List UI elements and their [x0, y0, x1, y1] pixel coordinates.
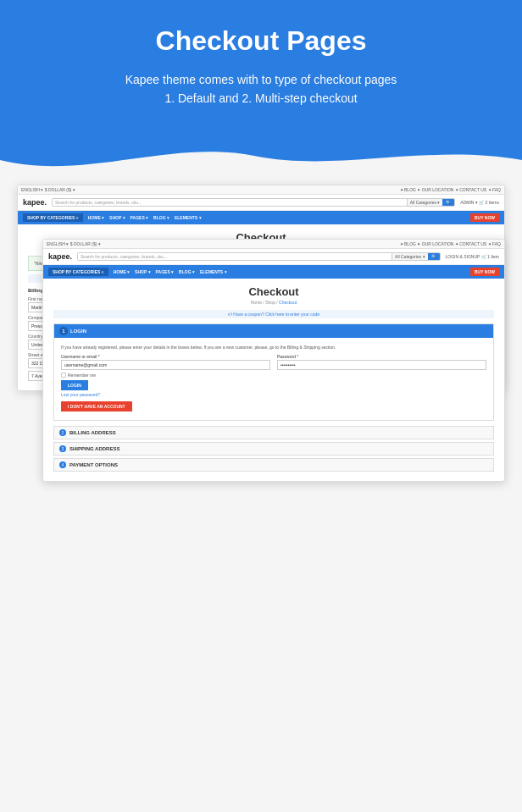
- mock-menu-blog-2[interactable]: BLOG ▾: [179, 269, 195, 274]
- accordion-billing: 2 BILLING ADDRESS: [53, 426, 494, 439]
- search-btn-1[interactable]: 🔍: [442, 198, 454, 207]
- no-account-btn[interactable]: I DON'T HAVE AN ACCOUNT: [61, 401, 132, 412]
- mock-menu-pages-2[interactable]: PAGES ▾: [156, 269, 175, 274]
- accordion-shipping: 3 SHIPPING ADDRESS: [53, 442, 494, 456]
- mock-search-2[interactable]: Search for products, categories, brands,…: [77, 252, 441, 261]
- login-btn[interactable]: LOGIN: [61, 380, 88, 390]
- password-label: Password *: [277, 354, 486, 359]
- search-cat-2: All Categories ▾: [392, 253, 428, 260]
- password-field: Password * ••••••••••: [277, 354, 486, 370]
- topbar-left-1: ENGLISH ▾ $ DOLLAR ($) ▾: [21, 187, 75, 192]
- username-field: Username or email * username@gmail.com: [61, 354, 270, 370]
- mock-menu-shop-1[interactable]: SHOP ▾: [109, 215, 125, 220]
- remember-label: Remember me: [68, 373, 96, 378]
- accordion-billing-header[interactable]: 2 BILLING ADDRESS: [54, 427, 493, 439]
- password-input[interactable]: ••••••••••: [277, 360, 486, 370]
- mock-logo-1: kapee.: [23, 198, 47, 207]
- mock-menu-buynow-2[interactable]: BUY NOW: [470, 268, 499, 276]
- content-area: ENGLISH ▾ $ DOLLAR ($) ▾ ✦ BLOG ✦ OUR LO…: [0, 168, 522, 516]
- mock-logo-2: kapee.: [48, 252, 72, 261]
- header-section: Checkout Pages Kapee theme comes with to…: [0, 0, 522, 176]
- mock-menubar-1: SHOP BY CATEGORIES ≡ HOME ▾ SHOP ▾ PAGES…: [18, 211, 504, 224]
- mock-navbar-2: kapee. Search for products, categories, …: [43, 249, 504, 265]
- header-subtitle: Kapee theme comes with to type of checko…: [17, 70, 505, 108]
- mock-menubar-2: SHOP BY CATEGORIES ≡ HOME ▾ SHOP ▾ PAGES…: [43, 265, 504, 279]
- mock-topbar-2: ENGLISH ▾ $ DOLLAR ($) ▾ ✦ BLOG ✦ OUR LO…: [43, 240, 504, 249]
- remember-row: Remember me: [61, 373, 486, 378]
- accordion-num-4: 4: [59, 461, 66, 468]
- search-btn-2[interactable]: 🔍: [428, 252, 440, 261]
- mock-content-2: Checkout Home / Shop / Checkout 🏷 Have a…: [43, 279, 504, 481]
- mock-page-2: ENGLISH ▾ $ DOLLAR ($) ▾ ✦ BLOG ✦ OUR LO…: [42, 239, 505, 482]
- accordion-num-2: 2: [59, 429, 66, 436]
- multistep-checkout-screenshot: ENGLISH ▾ $ DOLLAR ($) ▾ ✦ BLOG ✦ OUR LO…: [42, 239, 505, 482]
- search-input-2: Search for products, categories, brands,…: [78, 253, 392, 260]
- login-info: If you have already registered, please e…: [61, 345, 486, 351]
- mock-page-title-2: Checkout: [53, 285, 494, 298]
- mock-menu-category-2[interactable]: SHOP BY CATEGORIES ≡: [48, 268, 108, 276]
- remember-checkbox[interactable]: [61, 373, 66, 378]
- username-label: Username or email *: [61, 354, 270, 359]
- accordion-label-shipping: SHIPPING ADDRESS: [69, 446, 119, 451]
- accordion-payment: 4 PAYMENT OPTIONS: [53, 458, 494, 472]
- topbar-right-2: ✦ BLOG ✦ OUR LOCATION ✦ CONTACT US ✦ FAQ: [400, 241, 501, 246]
- username-input[interactable]: username@gmail.com: [61, 360, 270, 370]
- mock-menu-shop-2[interactable]: SHOP ▾: [135, 269, 150, 274]
- mock-breadcrumb-2: Home / Shop / Checkout: [53, 300, 494, 305]
- mock-menu-elements-1[interactable]: ELEMENTS ▾: [175, 215, 202, 220]
- breadcrumb-current-2: Checkout: [279, 300, 297, 305]
- mock-menu-elements-2[interactable]: ELEMENTS ▾: [200, 269, 227, 274]
- search-input-1: Search for products, categories, brands,…: [53, 199, 407, 206]
- login-title: LOGIN: [70, 329, 86, 334]
- accordion-label-payment: PAYMENT OPTIONS: [69, 462, 118, 467]
- login-number: 1: [59, 327, 68, 335]
- accordion-shipping-header[interactable]: 3 SHIPPING ADDRESS: [54, 443, 493, 455]
- accordion-payment-header[interactable]: 4 PAYMENT OPTIONS: [54, 459, 493, 471]
- coupon-link-2[interactable]: 🏷 Have a coupon? Click here to enter you…: [228, 312, 319, 317]
- mock-menu-category-1[interactable]: SHOP BY CATEGORIES ≡: [23, 213, 83, 222]
- mock-navbar-1: kapee. Search for products, categories, …: [18, 195, 504, 211]
- mock-menu-pages-1[interactable]: PAGES ▾: [130, 215, 149, 220]
- mock-search-1[interactable]: Search for products, categories, brands,…: [52, 198, 455, 207]
- mock-nav-icons-2: LOGIN & SIGNUP 🛒 1 Item: [446, 254, 499, 259]
- lost-password-link[interactable]: Lost your password?: [61, 392, 486, 397]
- search-cat-1: All Categories ▾: [407, 199, 443, 206]
- mock-menu-home-1[interactable]: HOME ▾: [88, 215, 104, 220]
- accordion-label-billing: BILLING ADDRESS: [69, 430, 116, 435]
- mock-nav-icons-1: ADMIN ▾ 🛒 2 Items: [460, 200, 499, 205]
- mock-menu-buynow-1[interactable]: BUY NOW: [470, 213, 499, 222]
- login-section: 1 LOGIN If you have already registered, …: [53, 323, 494, 421]
- login-fields: Username or email * username@gmail.com P…: [61, 354, 486, 370]
- mock-menu-blog-1[interactable]: BLOG ▾: [153, 215, 169, 220]
- mock-topbar-1: ENGLISH ▾ $ DOLLAR ($) ▾ ✦ BLOG ✦ OUR LO…: [18, 185, 504, 195]
- login-header: 1 LOGIN: [54, 324, 493, 338]
- mock-menu-home-2[interactable]: HOME ▾: [114, 269, 130, 274]
- accordion-num-3: 3: [59, 445, 66, 452]
- topbar-right-1: ✦ BLOG ✦ OUR LOCATION ✦ CONTACT US ✦ FAQ: [400, 187, 501, 192]
- page-heading: Checkout Pages: [17, 25, 505, 57]
- mock-coupon-bar-2: 🏷 Have a coupon? Click here to enter you…: [53, 310, 494, 318]
- topbar-left-2: ENGLISH ▾ $ DOLLAR ($) ▾: [47, 241, 101, 246]
